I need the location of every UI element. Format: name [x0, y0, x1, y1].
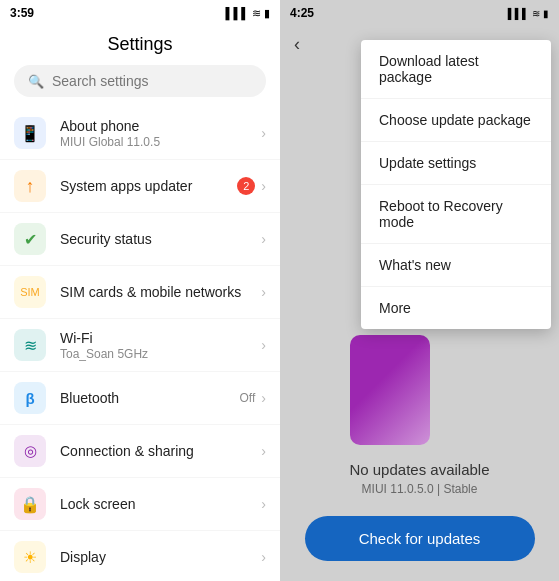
sidebar-item-about-phone[interactable]: 📱 About phone MIUI Global 11.0.5 ›	[0, 107, 280, 160]
lock-screen-label: Lock screen	[60, 496, 261, 512]
left-status-bar: 3:59 ▌▌▌ ≋ ▮	[0, 0, 280, 26]
settings-title: Settings	[0, 26, 280, 65]
chevron-icon: ›	[261, 496, 266, 512]
sidebar-item-wifi[interactable]: ≋ Wi-Fi Toa_Soan 5GHz ›	[0, 319, 280, 372]
sidebar-item-connection[interactable]: ◎ Connection & sharing ›	[0, 425, 280, 478]
bluetooth-label: Bluetooth	[60, 390, 240, 406]
bluetooth-status: Off	[240, 391, 256, 405]
display-label: Display	[60, 549, 261, 565]
right-panel: 4:25 ▌▌▌ ≋ ▮ ‹ Download latest package C…	[280, 0, 559, 581]
about-phone-sublabel: MIUI Global 11.0.5	[60, 135, 261, 149]
left-panel: 3:59 ▌▌▌ ≋ ▮ Settings 🔍 📱 About phone MI…	[0, 0, 280, 581]
about-phone-label: About phone	[60, 118, 261, 134]
right-signal-icon: ▌▌▌	[508, 8, 529, 19]
right-battery-icon: ▮	[543, 8, 549, 19]
menu-item-more[interactable]: More	[361, 287, 551, 329]
chevron-icon: ›	[261, 390, 266, 406]
back-button[interactable]: ‹	[294, 34, 300, 55]
battery-icon: ▮	[264, 7, 270, 20]
search-input[interactable]	[52, 73, 252, 89]
sidebar-item-sim[interactable]: SIM SIM cards & mobile networks ›	[0, 266, 280, 319]
no-update-text: No updates available	[349, 461, 489, 478]
menu-item-reboot-recovery[interactable]: Reboot to Recovery mode	[361, 185, 551, 244]
system-apps-badge: 2	[237, 177, 255, 195]
chevron-icon: ›	[261, 284, 266, 300]
update-illustration	[350, 335, 430, 445]
chevron-icon: ›	[261, 125, 266, 141]
menu-item-update-settings[interactable]: Update settings	[361, 142, 551, 185]
sidebar-item-display[interactable]: ☀ Display ›	[0, 531, 280, 581]
lock-screen-icon: 🔒	[14, 488, 46, 520]
no-update-sub: MIUI 11.0.5.0 | Stable	[362, 482, 478, 496]
search-icon: 🔍	[28, 74, 44, 89]
display-icon: ☀	[14, 541, 46, 573]
security-label: Security status	[60, 231, 261, 247]
system-apps-icon: ↑	[14, 170, 46, 202]
chevron-icon: ›	[261, 178, 266, 194]
chevron-icon: ›	[261, 337, 266, 353]
search-bar[interactable]: 🔍	[14, 65, 266, 97]
wifi-label: Wi-Fi	[60, 330, 261, 346]
menu-item-download-latest[interactable]: Download latest package	[361, 40, 551, 99]
wifi-sublabel: Toa_Soan 5GHz	[60, 347, 261, 361]
menu-item-choose-package[interactable]: Choose update package	[361, 99, 551, 142]
wifi-status-icon: ≋	[252, 7, 261, 20]
context-menu: Download latest package Choose update pa…	[361, 40, 551, 329]
wifi-icon: ≋	[14, 329, 46, 361]
sidebar-item-system-apps[interactable]: ↑ System apps updater 2 ›	[0, 160, 280, 213]
connection-label: Connection & sharing	[60, 443, 261, 459]
check-updates-button[interactable]: Check for updates	[305, 516, 535, 561]
sim-icon: SIM	[14, 276, 46, 308]
right-status-bar: 4:25 ▌▌▌ ≋ ▮	[280, 0, 559, 26]
left-status-icons: ▌▌▌ ≋ ▮	[226, 7, 270, 20]
signal-icon: ▌▌▌	[226, 7, 249, 19]
right-status-icons: ▌▌▌ ≋ ▮	[508, 8, 549, 19]
left-time: 3:59	[10, 6, 34, 20]
sidebar-item-bluetooth[interactable]: β Bluetooth Off ›	[0, 372, 280, 425]
sidebar-item-lock-screen[interactable]: 🔒 Lock screen ›	[0, 478, 280, 531]
connection-icon: ◎	[14, 435, 46, 467]
sidebar-item-security[interactable]: ✔ Security status ›	[0, 213, 280, 266]
settings-list: 📱 About phone MIUI Global 11.0.5 › ↑ Sys…	[0, 107, 280, 581]
menu-item-whats-new[interactable]: What's new	[361, 244, 551, 287]
system-apps-label: System apps updater	[60, 178, 237, 194]
right-wifi-icon: ≋	[532, 8, 540, 19]
chevron-icon: ›	[261, 231, 266, 247]
chevron-icon: ›	[261, 443, 266, 459]
chevron-icon: ›	[261, 549, 266, 565]
sim-label: SIM cards & mobile networks	[60, 284, 261, 300]
about-phone-icon: 📱	[14, 117, 46, 149]
right-time: 4:25	[290, 6, 314, 20]
security-icon: ✔	[14, 223, 46, 255]
bluetooth-icon: β	[14, 382, 46, 414]
